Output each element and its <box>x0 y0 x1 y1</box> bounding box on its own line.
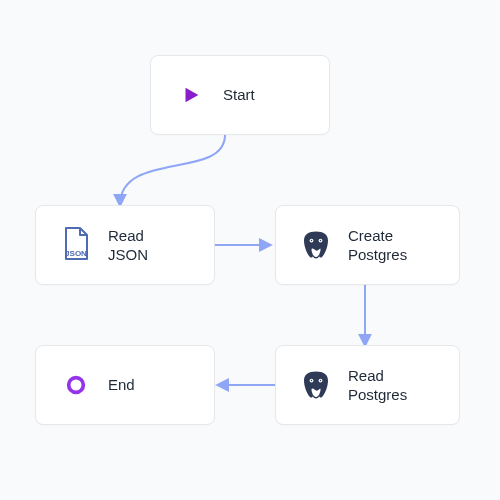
json-file-icon: JSON <box>56 226 96 264</box>
node-label: Read JSON <box>108 226 148 265</box>
play-icon <box>171 84 211 106</box>
node-start[interactable]: Start <box>150 55 330 135</box>
postgres-icon <box>296 367 336 403</box>
postgres-icon <box>296 227 336 263</box>
end-ring-icon <box>56 374 96 396</box>
svg-text:JSON: JSON <box>65 249 87 258</box>
svg-point-4 <box>320 240 322 242</box>
node-label: End <box>108 375 135 395</box>
svg-point-3 <box>311 240 313 242</box>
node-read-postgres[interactable]: Read Postgres <box>275 345 460 425</box>
node-end[interactable]: End <box>35 345 215 425</box>
svg-point-7 <box>311 380 313 382</box>
node-create-postgres[interactable]: Create Postgres <box>275 205 460 285</box>
node-label: Create Postgres <box>348 226 407 265</box>
node-label: Start <box>223 85 255 105</box>
node-label: Read Postgres <box>348 366 407 405</box>
svg-point-9 <box>69 378 84 393</box>
node-read-json[interactable]: JSON Read JSON <box>35 205 215 285</box>
svg-point-8 <box>320 380 322 382</box>
